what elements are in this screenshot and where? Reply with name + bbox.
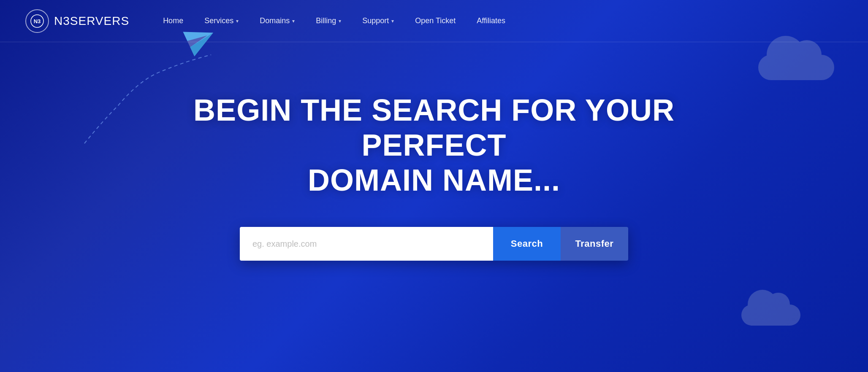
cloud-decoration-2 <box>741 288 809 330</box>
page-wrapper: N3 N3Servers Home Services ▾ Domains ▾ <box>0 0 868 372</box>
nav-billing-link[interactable]: Billing ▾ <box>316 16 341 25</box>
svg-text:N3: N3 <box>34 18 41 24</box>
nav-domains-link[interactable]: Domains ▾ <box>260 16 295 25</box>
nav-affiliates-link[interactable]: Affiliates <box>477 16 505 25</box>
nav-domains[interactable]: Domains ▾ <box>260 16 295 25</box>
nav-support[interactable]: Support ▾ <box>362 16 394 25</box>
logo[interactable]: N3 N3Servers <box>25 9 129 33</box>
hero-title: BEGIN THE SEARCH FOR YOUR PERFECT DOMAIN… <box>138 93 730 197</box>
domain-search-input[interactable] <box>240 227 493 261</box>
nav-open-ticket[interactable]: Open Ticket <box>415 16 456 25</box>
services-chevron-icon: ▾ <box>236 18 239 24</box>
nav-support-link[interactable]: Support ▾ <box>362 16 394 25</box>
support-chevron-icon: ▾ <box>391 18 394 24</box>
nav-home-link[interactable]: Home <box>163 16 183 25</box>
nav-open-ticket-link[interactable]: Open Ticket <box>415 16 456 25</box>
nav-affiliates[interactable]: Affiliates <box>477 16 505 25</box>
billing-chevron-icon: ▾ <box>339 18 341 24</box>
paper-plane-icon <box>186 23 216 55</box>
brand-name: N3Servers <box>54 14 129 28</box>
hero-section: BEGIN THE SEARCH FOR YOUR PERFECT DOMAIN… <box>0 42 868 261</box>
domain-search-form: Search Transfer <box>240 227 628 261</box>
logo-icon: N3 <box>25 9 49 33</box>
domains-chevron-icon: ▾ <box>292 18 295 24</box>
navbar: N3 N3Servers Home Services ▾ Domains ▾ <box>0 0 868 42</box>
search-button[interactable]: Search <box>493 227 561 261</box>
nav-billing[interactable]: Billing ▾ <box>316 16 341 25</box>
transfer-button[interactable]: Transfer <box>561 227 628 261</box>
nav-home[interactable]: Home <box>163 16 183 25</box>
